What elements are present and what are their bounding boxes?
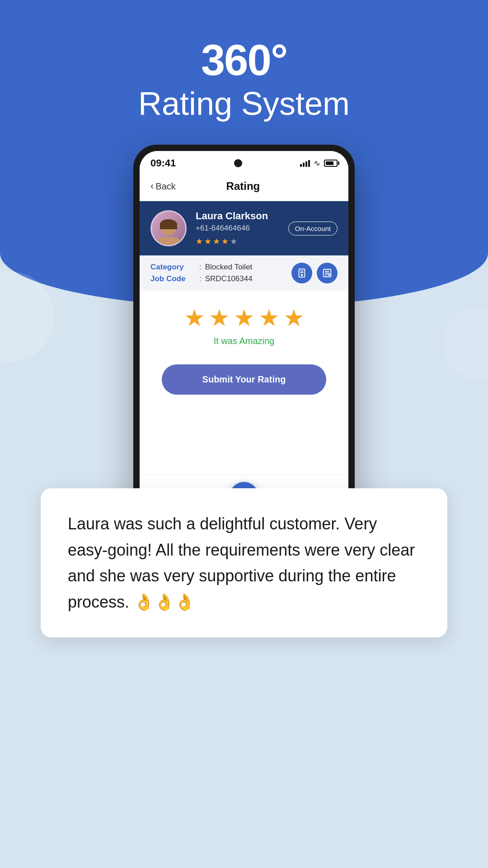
profile-phone: +61-646464646 [196, 224, 279, 233]
wifi-icon: ∿ [314, 158, 320, 168]
submit-area: Submit Your Rating [140, 355, 348, 402]
profile-stars: ★ ★ ★ ★ ★ [196, 236, 279, 246]
avatar-image [152, 212, 185, 245]
star-5: ★ [230, 236, 237, 246]
signal-icon [300, 160, 310, 167]
star-3: ★ [213, 236, 220, 246]
submit-button[interactable]: Submit Your Rating [162, 364, 326, 395]
category-label: Category [150, 263, 196, 272]
status-time: 09:41 [150, 157, 176, 169]
big-star-3[interactable]: ★ [234, 304, 255, 331]
empty-area [140, 402, 348, 474]
status-icons: ∿ [300, 158, 338, 168]
hero-section: 360° Rating System [0, 36, 488, 123]
star-4: ★ [221, 236, 229, 246]
battery-icon [324, 160, 338, 167]
rating-text: It was Amazing [150, 336, 338, 346]
job-icon-2[interactable]: ✓ [317, 263, 338, 283]
profile-card: Laura Clarkson +61-646464646 ★ ★ ★ ★ ★ O… [140, 201, 348, 255]
review-text: Laura was such a delightful customer. Ve… [68, 511, 420, 615]
page-title: Rating [226, 180, 260, 193]
profile-name: Laura Clarkson [196, 210, 279, 222]
big-star-1[interactable]: ★ [184, 304, 205, 331]
star-2: ★ [204, 236, 211, 246]
job-fields: Category : Blocked Toilet Job Code : SRD… [150, 263, 291, 283]
hero-title: 360° [0, 36, 488, 84]
svg-point-1 [301, 274, 303, 276]
svg-text:✓: ✓ [328, 274, 330, 276]
avatar [150, 210, 187, 246]
big-star-4[interactable]: ★ [258, 304, 280, 331]
category-row: Category : Blocked Toilet [150, 263, 291, 272]
category-colon: : [199, 263, 202, 272]
phone-frame: 09:41 ∿ ‹ [133, 145, 355, 526]
back-label: Back [155, 181, 175, 192]
jobcode-row: Job Code : SRDC106344 [150, 274, 291, 283]
jobcode-colon: : [199, 274, 202, 283]
jobcode-value: SRDC106344 [205, 274, 253, 283]
jobcode-label: Job Code [150, 274, 196, 283]
big-star-5[interactable]: ★ [283, 304, 305, 331]
phone-mockup: 09:41 ∿ ‹ [133, 145, 355, 526]
star-1: ★ [196, 236, 203, 246]
big-star-2[interactable]: ★ [209, 304, 230, 331]
camera-icon [234, 159, 242, 167]
back-button[interactable]: ‹ Back [150, 180, 176, 192]
navigation-bar: ‹ Back Rating [140, 174, 348, 201]
rating-area: ★ ★ ★ ★ ★ It was Amazing [140, 291, 348, 355]
profile-info: Laura Clarkson +61-646464646 ★ ★ ★ ★ ★ [196, 210, 279, 246]
big-stars: ★ ★ ★ ★ ★ [150, 304, 338, 331]
chevron-left-icon: ‹ [150, 180, 154, 192]
hero-subtitle: Rating System [0, 84, 488, 123]
status-bar: 09:41 ∿ [140, 151, 348, 174]
job-action-icons: ✓ [291, 263, 338, 283]
review-card: Laura was such a delightful customer. Ve… [41, 488, 447, 637]
on-account-badge: On-Account [288, 222, 338, 236]
phone-screen: 09:41 ∿ ‹ [140, 151, 348, 520]
job-icon-1[interactable] [291, 263, 312, 283]
category-value: Blocked Toilet [205, 263, 253, 272]
job-details: Category : Blocked Toilet Job Code : SRD… [140, 255, 348, 291]
